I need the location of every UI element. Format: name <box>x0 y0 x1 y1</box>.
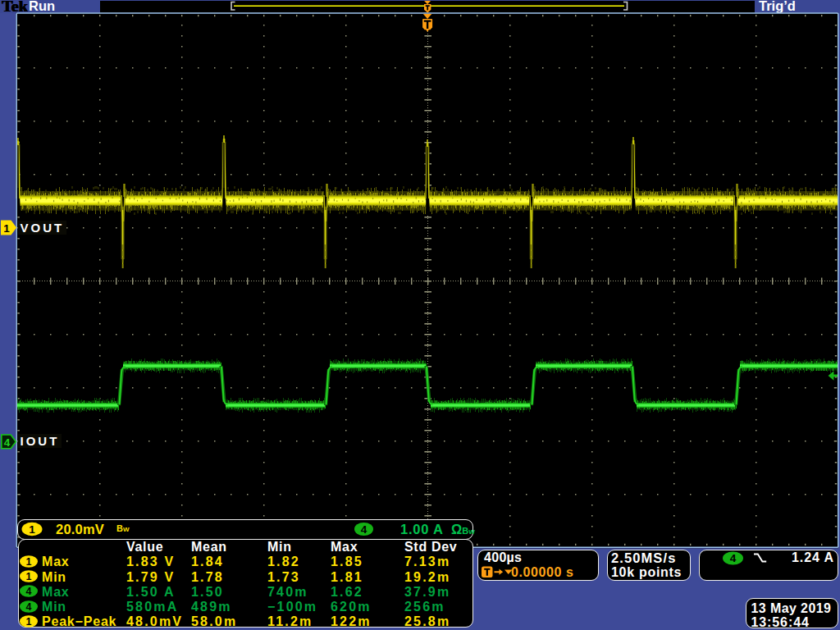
svg-text:1: 1 <box>3 222 10 235</box>
svg-text:4: 4 <box>26 601 32 613</box>
svg-text:1: 1 <box>26 616 32 628</box>
svg-text:1: 1 <box>26 556 32 568</box>
svg-text:1: 1 <box>26 571 32 582</box>
svg-text:4: 4 <box>26 587 32 598</box>
svg-text:4: 4 <box>4 436 11 449</box>
svg-text:4: 4 <box>730 552 737 564</box>
